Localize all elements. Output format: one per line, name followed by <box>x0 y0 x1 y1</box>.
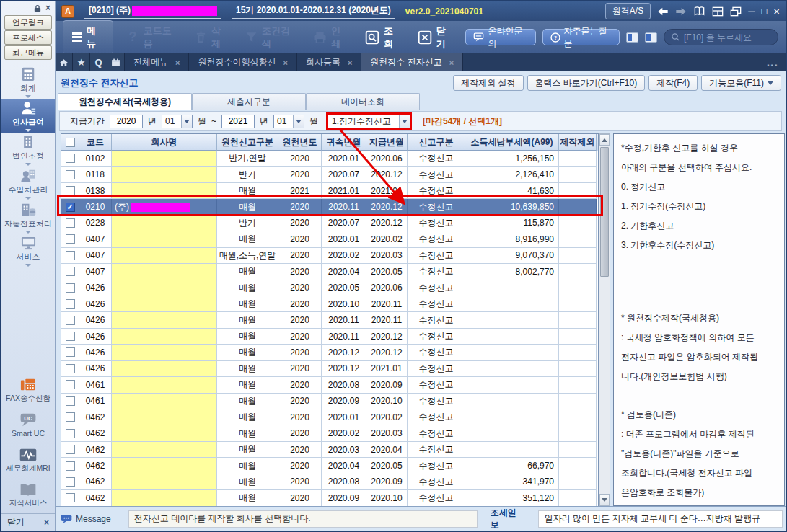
table-row[interactable]: 0426매월20202020.112020.12수정신고 <box>61 329 598 345</box>
toolbar-button-조회[interactable]: 조회 <box>365 25 400 50</box>
table-row[interactable]: 0461매월20202020.082020.09수정신고 <box>61 377 598 393</box>
table-row[interactable]: 0102반기,연말20202020.012020.06수정신고1,256,150 <box>61 151 598 167</box>
sidebar-tool-FAX송수신함[interactable]: FAX송수신함 <box>1 372 55 407</box>
panel-layout-icon-2[interactable] <box>645 32 657 43</box>
book-view-icon[interactable] <box>693 6 705 17</box>
row-checkbox[interactable] <box>66 347 75 357</box>
row-checkbox[interactable] <box>66 396 75 406</box>
table-row[interactable]: 0407매월20202020.012020.02수정신고8,916,990 <box>61 231 598 247</box>
faq-button[interactable]: ? 자주묻는질문 <box>542 29 620 45</box>
column-header-원천신고구분[interactable]: 원천신고구분 <box>217 134 278 151</box>
row-checkbox[interactable] <box>66 364 75 373</box>
column-header-회사명[interactable]: 회사명 <box>112 134 217 151</box>
column-header-소득세납부세액(A99)[interactable]: 소득세납부세액(A99) <box>465 134 559 151</box>
tab-전체메뉴[interactable]: 전체메뉴× <box>125 53 189 71</box>
row-checkbox[interactable] <box>66 251 75 260</box>
global-search-input[interactable] <box>684 32 771 43</box>
row-checkbox[interactable] <box>66 412 75 422</box>
sidebar-button-최근메뉴[interactable]: 최근메뉴 <box>4 45 52 60</box>
sidebar-module-서비스[interactable]: 서비스 <box>1 234 55 268</box>
sidebar-footer-close-icon[interactable]: × <box>44 518 49 528</box>
from-month-dropdown-button[interactable] <box>181 115 192 128</box>
table-row[interactable]: 0426매월20202020.112020.11수정신고 <box>61 312 598 328</box>
from-month-select[interactable]: 01 <box>162 115 193 128</box>
table-row[interactable]: 0228반기20202020.072020.12수정신고115,870 <box>61 216 598 231</box>
report-type-select-highlighted[interactable]: 1.정기수정신고 <box>326 112 412 130</box>
row-checkbox[interactable] <box>66 267 75 276</box>
sidebar-tool-세무회계MRI[interactable]: 세무회계MRI <box>1 443 55 478</box>
tab-원천징수이행상황신[interactable]: 원천징수이행상황신× <box>189 53 296 71</box>
row-checkbox[interactable] <box>66 429 75 438</box>
sidebar-module-인사급여[interactable]: 인사급여 <box>1 99 55 133</box>
table-row[interactable]: 0426매월20202020.102020.11수정신고 <box>61 296 598 312</box>
action-button-제작제외 설정[interactable]: 제작제외 설정 <box>453 75 523 91</box>
scroll-track[interactable] <box>599 146 610 494</box>
vertical-scrollbar[interactable] <box>599 133 610 506</box>
table-row[interactable]: 0138매월20212021.012021.01수정신고41,630 <box>61 183 598 199</box>
cascade-windows-icon[interactable] <box>730 6 742 17</box>
sidebar-button-프로세스[interactable]: 프로세스 <box>4 30 52 45</box>
column-header-원천년도[interactable]: 원천년도 <box>278 134 322 151</box>
table-row[interactable]: 0462매월20202020.032020.04수정신고 <box>61 442 598 458</box>
table-row[interactable]: 0426매월20202020.052020.06수정신고 <box>61 280 598 296</box>
row-checkbox[interactable]: ✓ <box>66 203 75 212</box>
row-checkbox[interactable] <box>66 170 75 179</box>
table-row[interactable]: 0461매월20202020.092020.10수정신고 <box>61 394 598 409</box>
column-header-지급년월[interactable]: 지급년월 <box>366 134 408 151</box>
scroll-up-button[interactable] <box>599 134 610 146</box>
table-row[interactable]: 0462매월20202020.092020.10수정신고351,120 <box>61 490 598 506</box>
row-checkbox[interactable] <box>66 332 75 341</box>
scroll-thumb[interactable] <box>600 147 609 277</box>
toolbar-button-닫기[interactable]: 닫기 <box>418 25 453 50</box>
scroll-down-button[interactable] <box>599 494 610 505</box>
forward-icon[interactable] <box>675 6 687 17</box>
news-ticker[interactable]: 일자리 많이 만든 지자체 교부세 더 준다…지방채 발행규 <box>538 510 783 528</box>
row-checkbox[interactable] <box>66 218 75 228</box>
calendar-icon[interactable] <box>107 53 125 71</box>
table-row[interactable]: 0462매월20202020.042020.05수정신고66,970 <box>61 458 598 474</box>
back-icon[interactable] <box>657 6 669 17</box>
column-header-신고구분[interactable]: 신고구분 <box>408 134 465 151</box>
row-checkbox[interactable] <box>66 493 75 502</box>
table-row[interactable]: 0426매월20202020.122021.01수정신고 <box>61 361 598 377</box>
row-checkbox[interactable] <box>66 186 75 195</box>
row-checkbox[interactable] <box>66 154 75 163</box>
tab-close-icon[interactable]: × <box>348 58 352 67</box>
table-row[interactable]: ✓0210(주)매월20202020.112020.12수정신고10,639,8… <box>61 199 598 215</box>
tab-close-icon[interactable]: × <box>283 58 287 67</box>
tab-close-icon[interactable]: × <box>449 58 454 67</box>
tab-close-icon[interactable]: × <box>175 58 180 67</box>
row-checkbox[interactable] <box>66 299 75 309</box>
table-row[interactable]: 0462매월20202020.082020.09수정신고341,970 <box>61 474 598 490</box>
select-all-checkbox[interactable] <box>66 138 75 147</box>
sidebar-close-label[interactable]: 닫기 <box>7 516 25 528</box>
table-row[interactable]: 0462매월20202020.012020.02수정신고 <box>61 409 598 425</box>
to-year-input[interactable] <box>221 115 255 128</box>
home-icon[interactable] <box>56 53 73 71</box>
panel-layout-icon-1[interactable] <box>626 32 638 43</box>
grid-view-icon[interactable] <box>712 6 724 17</box>
menu-button[interactable]: 메뉴 <box>63 20 113 55</box>
sidebar-tool-지식서비스[interactable]: 지식서비스 <box>1 478 55 513</box>
sidebar-tool-Smart UC[interactable]: UCSmart UC <box>1 407 55 443</box>
sidebar-footer[interactable]: 닫기 × <box>1 513 55 531</box>
action-button-제작(F4)[interactable]: 제작(F4) <box>648 75 698 91</box>
row-checkbox[interactable] <box>66 461 75 471</box>
sidebar-module-회계[interactable]: 회계 <box>1 65 55 99</box>
column-header-귀속년월[interactable]: 귀속년월 <box>322 134 366 151</box>
from-year-input[interactable] <box>110 115 143 128</box>
sidebar-module-법인조정[interactable]: 법인조정 <box>1 133 55 167</box>
table-row[interactable]: 0426매월20202020.122020.12수정신고 <box>61 345 598 360</box>
quick-search-icon[interactable]: Q <box>90 53 107 71</box>
close-window-icon[interactable]: × <box>773 5 780 17</box>
tab-원천징수 전자신고[interactable]: 원천징수 전자신고× <box>361 53 463 71</box>
table-row[interactable]: 0118반기20202020.072020.12수정신고2,126,410 <box>61 167 598 182</box>
subtab-원천징수제작(국세청용)[interactable]: 원천징수제작(국세청용) <box>58 93 192 110</box>
table-row[interactable]: 0462매월20202020.022020.03수정신고 <box>61 425 598 441</box>
favorites-star-icon[interactable]: ★ <box>73 53 90 71</box>
tab-overflow-button[interactable]: ... <box>760 53 786 71</box>
remote-as-button[interactable]: 원격A/S <box>605 3 651 19</box>
action-button-기능모음(F11)[interactable]: 기능모음(F11) <box>701 75 781 91</box>
subtab-데이터조회[interactable]: 데이터조회 <box>306 93 420 110</box>
report-type-dropdown-button[interactable] <box>399 115 410 128</box>
